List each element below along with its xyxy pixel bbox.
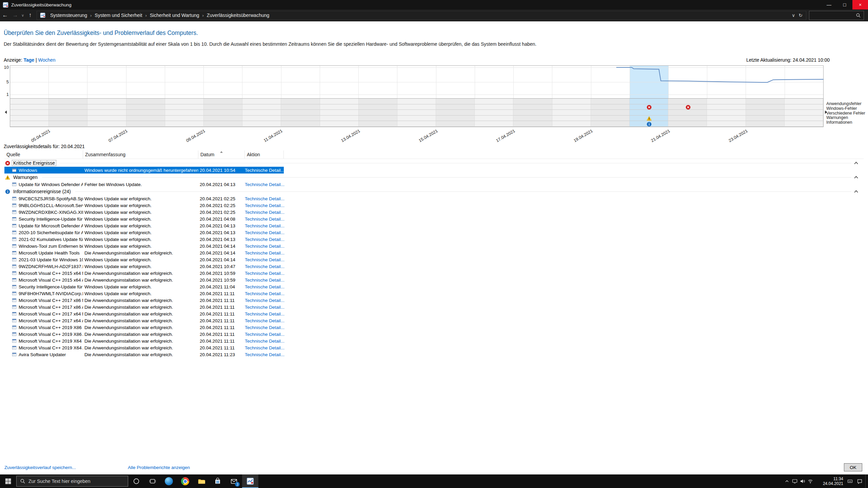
technical-details-link[interactable]: Technische Detail... bbox=[245, 244, 284, 249]
column-header-aktion[interactable]: Aktion bbox=[245, 150, 284, 159]
chart-grid-cell[interactable] bbox=[591, 116, 630, 121]
chart-grid-cell[interactable] bbox=[10, 110, 49, 116]
technical-details-link[interactable]: Technische Detail... bbox=[245, 210, 284, 215]
tray-volume-button[interactable] bbox=[798, 474, 806, 488]
view-days-link[interactable]: Tage bbox=[23, 57, 34, 63]
event-group-header-info[interactable]: Informationsereignisse (24) bbox=[4, 188, 864, 195]
chart-grid-cell[interactable] bbox=[785, 99, 823, 104]
chart-grid-cell[interactable] bbox=[707, 99, 746, 104]
chart-grid-cell[interactable] bbox=[475, 121, 513, 127]
chart-grid-cell[interactable] bbox=[242, 121, 281, 127]
chart-grid-cell[interactable] bbox=[49, 110, 87, 116]
chart-grid-cell[interactable] bbox=[320, 121, 359, 127]
chart-grid-cell[interactable] bbox=[320, 99, 359, 104]
taskbar-app-store[interactable] bbox=[210, 474, 226, 488]
chart-grid-cell[interactable] bbox=[49, 121, 87, 127]
marker-warning-icon[interactable] bbox=[647, 116, 652, 121]
event-row[interactable]: 2021-03 Update für Windows 10 V...Window… bbox=[4, 256, 864, 263]
taskbar-app-explorer[interactable] bbox=[193, 474, 210, 488]
technical-details-link[interactable]: Technische Detail... bbox=[245, 264, 284, 269]
chart-grid-cell[interactable] bbox=[320, 110, 359, 116]
technical-details-link[interactable]: Technische Detail... bbox=[245, 298, 284, 303]
cortana-button[interactable] bbox=[128, 474, 144, 488]
chart-grid-cell[interactable] bbox=[785, 110, 823, 116]
taskbar-search-input[interactable]: Zur Suche Text hier eingeben bbox=[16, 476, 128, 487]
chart-grid-cell[interactable] bbox=[785, 116, 823, 121]
chart-grid-cell[interactable] bbox=[10, 104, 49, 110]
chart-grid-cell[interactable] bbox=[359, 99, 397, 104]
chart-grid-cell[interactable] bbox=[87, 116, 126, 121]
event-row[interactable]: Microsoft Visual C++ 2019 X86 Ad...Die A… bbox=[4, 331, 864, 338]
chart-grid-cell[interactable] bbox=[359, 104, 397, 110]
event-row[interactable]: Microsoft Visual C++ 2017 x64 Ad...Die A… bbox=[4, 317, 864, 324]
event-row[interactable]: Security Intelligence-Update für M...Win… bbox=[4, 283, 864, 290]
chart-grid-cell[interactable] bbox=[591, 121, 630, 127]
chart-grid-cell[interactable] bbox=[281, 104, 320, 110]
chart-grid-cell[interactable] bbox=[668, 116, 707, 121]
chart-grid-cell[interactable] bbox=[126, 99, 165, 104]
event-row[interactable]: 2020-10 Sicherheitsupdate für Ado...Wind… bbox=[4, 229, 864, 236]
chart-grid-cell[interactable] bbox=[87, 110, 126, 116]
event-row[interactable]: Windows-Tool zum Entfernen bös...Windows… bbox=[4, 243, 864, 249]
chart-grid-cell[interactable] bbox=[746, 121, 785, 127]
chart-grid-cell[interactable] bbox=[10, 116, 49, 121]
refresh-icon[interactable]: ↻ bbox=[798, 13, 803, 18]
event-row[interactable]: Microsoft Visual C++ 2019 X64 Ad...Die A… bbox=[4, 344, 864, 351]
chart-grid-cell[interactable] bbox=[475, 116, 513, 121]
technical-details-link[interactable]: Technische Detail... bbox=[245, 305, 284, 310]
collapse-chevron-icon[interactable] bbox=[854, 190, 858, 194]
event-row[interactable]: Update für Microsoft Defender An...Windo… bbox=[4, 222, 864, 229]
event-row[interactable]: Update für Windows Defender Ant...Fehler… bbox=[4, 181, 864, 188]
chart-grid-cell[interactable] bbox=[436, 110, 475, 116]
chart-grid-cell[interactable] bbox=[707, 116, 746, 121]
chart-grid-cell[interactable] bbox=[397, 99, 436, 104]
hidden-icons-button[interactable] bbox=[783, 474, 791, 488]
column-header-zusammenfassung[interactable]: Zusammenfassung bbox=[83, 150, 198, 159]
taskbar-app-reliability-monitor-active[interactable] bbox=[242, 474, 258, 488]
chart-grid-cell[interactable] bbox=[785, 121, 823, 127]
technical-details-link[interactable]: Technische Detail... bbox=[245, 325, 284, 330]
chart-grid-cell[interactable] bbox=[475, 110, 513, 116]
technical-details-link[interactable]: Technische Detail... bbox=[245, 332, 284, 337]
taskbar-app-edge[interactable] bbox=[161, 474, 177, 488]
chart-grid-cell[interactable] bbox=[513, 99, 552, 104]
chart-grid-cell[interactable] bbox=[359, 116, 397, 121]
technical-details-link[interactable]: Technische Detail... bbox=[245, 339, 284, 344]
technical-details-link[interactable]: Technische Detail... bbox=[245, 278, 284, 283]
marker-critical-icon[interactable] bbox=[686, 105, 691, 110]
chart-grid-cell[interactable] bbox=[552, 110, 591, 116]
chart-grid-cell[interactable] bbox=[397, 121, 436, 127]
technical-details-link[interactable]: Technische Detail... bbox=[245, 237, 284, 242]
column-header-datum[interactable]: Datum bbox=[198, 150, 245, 159]
show-desktop-button[interactable] bbox=[865, 474, 868, 488]
chart-grid-cell[interactable] bbox=[126, 116, 165, 121]
breadcrumb-item[interactable]: Zuverlässigkeitsüberwachung bbox=[204, 13, 272, 18]
chart-grid-cell[interactable] bbox=[552, 104, 591, 110]
chart-grid-cell[interactable] bbox=[436, 99, 475, 104]
chart-grid-cell[interactable] bbox=[281, 110, 320, 116]
technical-details-link[interactable]: Technische Detail... bbox=[245, 182, 284, 187]
start-button[interactable] bbox=[0, 474, 16, 488]
ok-button[interactable]: OK bbox=[844, 463, 862, 471]
chart-grid-cell[interactable] bbox=[436, 116, 475, 121]
chart-grid-cell[interactable] bbox=[630, 110, 668, 116]
chart-grid-cell[interactable] bbox=[668, 110, 707, 116]
event-row[interactable]: 9WZDNCRFHWLH-AD2F1837.HPP...Windows Upda… bbox=[4, 263, 864, 270]
chart-grid-cell[interactable] bbox=[591, 99, 630, 104]
chart-grid-cell[interactable] bbox=[165, 104, 204, 110]
history-dropdown-icon[interactable]: ∨ bbox=[20, 13, 25, 18]
chart-grid-cell[interactable] bbox=[785, 104, 823, 110]
chart-grid-cell[interactable] bbox=[281, 116, 320, 121]
event-group-header-critical[interactable]: Kritische Ereignisse bbox=[4, 159, 864, 167]
technical-details-link[interactable]: Technische Detail... bbox=[245, 203, 284, 208]
chart-grid-cell[interactable] bbox=[552, 116, 591, 121]
chart-grid-cell[interactable] bbox=[242, 110, 281, 116]
chart-grid-cell[interactable] bbox=[746, 110, 785, 116]
chart-grid-cell[interactable] bbox=[552, 99, 591, 104]
taskbar-clock[interactable]: 11:34 24.04.2021 bbox=[816, 476, 843, 486]
chart-grid-cell[interactable] bbox=[475, 104, 513, 110]
chart-scroll-left-button[interactable] bbox=[5, 110, 8, 114]
chart-grid-cell[interactable] bbox=[165, 116, 204, 121]
marker-info-icon[interactable] bbox=[647, 122, 652, 127]
chart-grid-cell[interactable] bbox=[10, 99, 49, 104]
